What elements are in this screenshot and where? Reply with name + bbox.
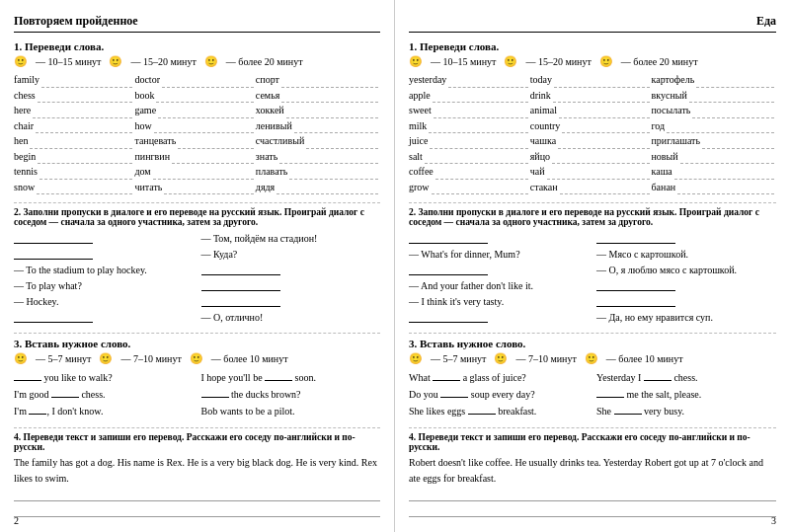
right-section-4: 4. Переведи текст и запиши его перевод. … xyxy=(409,427,776,532)
dialog-line xyxy=(14,230,194,244)
left-s1-times: 🙂 — 10–15 минут 🙂 — 15–20 минут 🙂 — боле… xyxy=(14,55,380,68)
right-s3-title: 3. Вставь нужное слово. xyxy=(409,338,776,349)
word-row: juice xyxy=(409,133,530,149)
left-section-4: 4. Переведи текст и запиши его перевод. … xyxy=(14,427,380,532)
dialog-line xyxy=(409,309,589,323)
fill-line: I'm , I don't know. xyxy=(14,403,194,419)
word-row: begin xyxy=(14,149,134,165)
dialog-line xyxy=(201,277,381,291)
word-row: grow xyxy=(409,180,530,195)
word-row: today xyxy=(530,72,652,88)
word-row: посылать xyxy=(652,103,776,118)
word-row: вкусный xyxy=(652,88,776,104)
dialog-line: — To the stadium to play hockey. xyxy=(14,262,194,275)
word-row: yesterday xyxy=(409,72,530,88)
word-row: chess xyxy=(14,88,134,104)
left-s1-title: 1. Переведи слова. xyxy=(14,40,380,52)
right-s4-text: Robert doesn't like coffee. He usually d… xyxy=(409,455,776,487)
word-row: чашка xyxy=(530,133,652,149)
left-page-number: 2 xyxy=(14,515,19,526)
dialog-line: — To play what? xyxy=(14,277,194,291)
right-s3-times: 🙂 — 5–7 минут 🙂 — 7–10 минут 🙂 — более 1… xyxy=(409,352,776,365)
right-s4-translation xyxy=(409,489,776,532)
word-row: snow xyxy=(14,180,134,195)
dialog-line xyxy=(596,277,776,291)
fill-line: She likes eggs breakfast. xyxy=(409,403,589,419)
dialog-line: — Hockey. xyxy=(14,293,194,307)
right-s3-lines: What a glass of juice? Do you soup every… xyxy=(409,369,776,419)
right-section-3: 3. Вставь нужное слово. 🙂 — 5–7 минут 🙂 … xyxy=(409,333,776,419)
word-row: how xyxy=(134,118,255,134)
right-s1-words: yesterday today картофель apple drink вк… xyxy=(409,72,776,194)
right-section-1: 1. Переведи слова. 🙂 — 10–15 минут 🙂 — 1… xyxy=(409,40,776,194)
word-row: game xyxy=(134,103,255,118)
word-row: семья xyxy=(256,88,380,104)
left-s4-title: 4. Переведи текст и запиши его перевод. … xyxy=(14,432,380,452)
word-row: milk xyxy=(409,118,530,134)
right-s2-title: 2. Заполни пропуски в диалоге и его пере… xyxy=(409,207,776,227)
left-dialog-col: — To the stadium to play hockey. — To pl… xyxy=(14,230,194,325)
right-left-dialog: — What's for dinner, Mum? — And your fat… xyxy=(409,230,589,325)
left-s2-title: 2. Заполни пропуски в диалоге и его пере… xyxy=(14,207,380,227)
time-label-2: — 15–20 минут xyxy=(130,56,196,67)
left-section-1: 1. Переведи слова. 🙂 — 10–15 минут 🙂 — 1… xyxy=(14,40,380,194)
right-right-dialog: — Мясо с картошкой. — О, я люблю мясо с … xyxy=(596,230,776,325)
dialog-line: — Мясо с картошкой. xyxy=(596,246,776,260)
word-row: drink xyxy=(530,88,652,104)
right-s1-times: 🙂 — 10–15 минут 🙂 — 15–20 минут 🙂 — боле… xyxy=(409,55,776,68)
left-s3-title: 3. Вставь нужное слово. xyxy=(14,338,380,349)
smiley-2: 🙂 xyxy=(109,55,122,68)
word-row: знать xyxy=(256,149,380,165)
dialog-line: — Том, пойдём на стадион! xyxy=(201,230,381,244)
dialog-line: — Да, но ему нравится суп. xyxy=(596,309,776,323)
word-row: новый xyxy=(652,149,776,165)
left-page: Повторяем пройденное 1. Переведи слова. … xyxy=(0,0,395,532)
right-page-number: 3 xyxy=(771,515,776,526)
dialog-line xyxy=(201,262,381,275)
word-row: спорт xyxy=(256,72,380,88)
word-row: яйцо xyxy=(530,149,652,165)
word-row: doctor xyxy=(134,72,255,88)
smiley-1: 🙂 xyxy=(14,55,28,68)
word-row: coffee xyxy=(409,164,530,180)
fill-line: Bob wants to be a pilot. xyxy=(201,403,381,419)
word-row: дядя xyxy=(256,180,380,195)
word-row: стакан xyxy=(530,180,652,195)
dialog-line xyxy=(596,230,776,244)
dialog-line: — Куда? xyxy=(201,246,381,260)
word-row: family xyxy=(14,72,134,88)
word-row: приглашать xyxy=(652,133,776,149)
right-header: Еда xyxy=(409,14,776,33)
word-row: sweet xyxy=(409,103,530,118)
fill-line: Yesterday I chess. xyxy=(596,369,776,386)
dialog-line: — What's for dinner, Mum? xyxy=(409,246,589,260)
left-section-2: 2. Заполни пропуски в диалоге и его пере… xyxy=(14,202,380,325)
word-row: ленивый xyxy=(256,118,380,134)
right-s2-dialog: — What's for dinner, Mum? — And your fat… xyxy=(409,230,776,325)
word-row: хоккей xyxy=(256,103,380,118)
word-row: country xyxy=(530,118,652,134)
time-label-3: — более 20 минут xyxy=(226,56,303,67)
word-row: танцевать xyxy=(134,133,255,149)
word-row: apple xyxy=(409,88,530,104)
word-row: пингвин xyxy=(134,149,255,165)
left-s2-dialog: — To the stadium to play hockey. — To pl… xyxy=(14,230,380,325)
fill-line: She very busy. xyxy=(596,403,776,419)
word-row: here xyxy=(14,103,134,118)
word-row: картофель xyxy=(652,72,776,88)
dialog-line xyxy=(596,293,776,307)
left-header: Повторяем пройденное xyxy=(14,14,380,33)
right-page: Еда 1. Переведи слова. 🙂 — 10–15 минут 🙂… xyxy=(395,0,790,532)
right-s1-title: 1. Переведи слова. xyxy=(409,40,776,52)
word-row: chair xyxy=(14,118,134,134)
dialog-line: — О, отлично! xyxy=(201,309,381,323)
right-title: Еда xyxy=(756,14,776,29)
word-row: плавать xyxy=(256,164,380,180)
word-row: дом xyxy=(134,164,255,180)
left-s4-translation xyxy=(14,489,380,532)
fill-line: you like to walk? xyxy=(14,369,194,386)
dialog-line xyxy=(14,309,194,323)
dialog-line xyxy=(409,262,589,275)
left-s3-lines: you like to walk? I'm good chess. I'm , … xyxy=(14,369,380,419)
dialog-line: — О, я люблю мясо с картошкой. xyxy=(596,262,776,275)
